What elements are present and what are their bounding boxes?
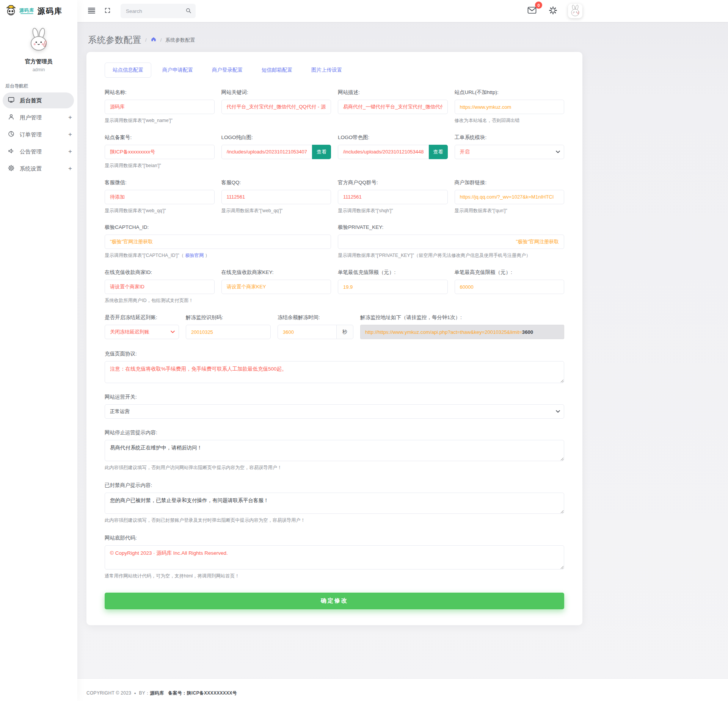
footer-brand: 源码库	[150, 690, 164, 696]
recharge-protocol-textarea[interactable]	[105, 361, 564, 383]
qq-input[interactable]	[221, 190, 331, 204]
chevron-down-icon	[556, 150, 560, 153]
private-key-input[interactable]	[338, 235, 564, 249]
sidebar-item-label: 订单管理	[20, 131, 42, 138]
sidebar-section-label: 后台导航栏	[5, 83, 72, 89]
tab-site-info[interactable]: 站点信息配置	[105, 63, 151, 78]
chevron-down-icon	[171, 331, 175, 333]
search-icon[interactable]	[185, 8, 191, 15]
wechat-label: 客服微信:	[105, 179, 215, 186]
geetest-link[interactable]: 极验官网	[185, 253, 204, 258]
sidebar-item-users[interactable]: 用户管理 +	[0, 110, 77, 125]
monitor-code-label: 解冻监控识别码:	[186, 314, 271, 321]
thaw-time-input[interactable]	[278, 325, 337, 339]
merchant-key-label: 在线充值收款商家KEY:	[221, 269, 331, 276]
keywords-input[interactable]	[221, 100, 331, 114]
ban-notice-textarea[interactable]	[105, 493, 564, 514]
pie-chart-icon	[8, 130, 15, 139]
submit-button[interactable]: 确定修改	[105, 593, 564, 609]
site-switch-select[interactable]: 正常运营	[105, 404, 564, 419]
min-recharge-label: 单笔最低充值限额（元）:	[338, 269, 448, 276]
site-name-input[interactable]	[105, 100, 215, 114]
sidebar-item-label: 公告管理	[20, 148, 42, 155]
beian-input[interactable]	[105, 145, 215, 159]
merchant-id-label: 在线充值收款商家ID:	[105, 269, 215, 276]
description-input[interactable]	[338, 100, 448, 114]
keywords-label: 网站关键词:	[221, 89, 331, 96]
navbar-avatar[interactable]	[568, 4, 582, 18]
brand[interactable]: 源码库 源码库	[0, 0, 77, 22]
fullscreen-button[interactable]	[103, 6, 112, 16]
qq-group-input[interactable]	[338, 190, 448, 204]
sidebar: 源码库 源码库 官方管理员 admin 后台导航栏	[0, 0, 77, 701]
spinner-icon	[549, 6, 557, 16]
stop-notice-label: 网站停止运营提示内容:	[105, 429, 564, 436]
tab-merchant-apply[interactable]: 商户申请配置	[154, 63, 201, 78]
group-link-input[interactable]	[455, 190, 565, 204]
sidebar-item-label: 后台首页	[20, 97, 42, 104]
logo-color-input[interactable]	[338, 145, 429, 159]
gear-icon	[8, 164, 15, 173]
footer-copyright: COPYRIGHT © 2023	[86, 690, 131, 696]
merchant-key-input[interactable]	[221, 280, 331, 294]
beian-helper: 显示调用数据库表"['beian']"	[105, 163, 215, 169]
loader-button[interactable]	[547, 5, 559, 18]
sidebar-item-orders[interactable]: 订单管理 +	[0, 127, 77, 142]
ticket-module-select[interactable]: 开启	[455, 145, 565, 159]
stop-notice-textarea[interactable]	[105, 440, 564, 461]
captcha-id-input[interactable]	[105, 235, 331, 249]
footer-code-textarea[interactable]	[105, 545, 564, 570]
logo-white-input[interactable]	[221, 145, 312, 159]
max-recharge-input[interactable]	[455, 280, 565, 294]
thaw-time-unit: 秒	[337, 325, 353, 339]
envelope-icon	[527, 6, 537, 16]
breadcrumb-current: 系统参数配置	[165, 37, 195, 44]
logo-color-view-button[interactable]: 查看	[429, 145, 448, 159]
top-navbar: 0	[77, 0, 728, 22]
sidebar-item-label: 用户管理	[20, 114, 42, 121]
user-icon	[8, 113, 15, 122]
messages-button[interactable]: 0	[526, 5, 538, 17]
site-url-input[interactable]	[455, 100, 565, 114]
captcha-id-label: 极验CAPTCHA_ID:	[105, 224, 331, 231]
sidebar-menu: 后台首页 用户管理 + 订单管理 +	[0, 92, 77, 177]
message-count-badge: 0	[535, 2, 542, 9]
sidebar-item-announcements[interactable]: 公告管理 +	[0, 144, 77, 160]
merchant-id-input[interactable]	[105, 280, 215, 294]
thaw-time-label: 冻结余额解冻时间:	[278, 314, 353, 321]
sidebar-toggle-button[interactable]	[86, 6, 97, 16]
site-url-label: 站点URL(不加http):	[455, 89, 565, 96]
wechat-input[interactable]	[105, 190, 215, 204]
qq-helper: 显示调用数据库表"['web_qq']"	[221, 208, 331, 214]
group-link-label: 商户加群链接:	[455, 179, 565, 186]
wechat-helper: 显示调用数据库表"['web_qq']"	[105, 208, 215, 214]
footer-beian: 备案号：陕ICP备XXXXXXXXX号	[168, 690, 237, 696]
private-key-label: 极验PRIVATE_KEY:	[338, 224, 564, 231]
search-input[interactable]	[121, 4, 196, 18]
tab-image-upload[interactable]: 图片上传设置	[303, 63, 350, 78]
brand-logo-icon	[5, 4, 17, 18]
avatar[interactable]	[26, 27, 52, 55]
brand-mini: 源码库	[19, 8, 34, 14]
expand-plus-icon: +	[68, 114, 72, 121]
tab-merchant-login[interactable]: 商户登录配置	[204, 63, 251, 78]
stop-notice-helper: 此内容强烈建议填写，否则用户访问网站弹出阻断页中提示内容为空，容易误导用户！	[105, 465, 564, 471]
sidebar-item-dashboard[interactable]: 后台首页	[3, 92, 74, 108]
monitor-icon	[8, 96, 15, 105]
footer-code-helper: 通常用作网站统计代码，可为空，支持html，将调用到网站首页！	[105, 573, 564, 580]
home-icon[interactable]	[151, 36, 157, 44]
expand-plus-icon: +	[68, 148, 72, 155]
min-recharge-input[interactable]	[338, 280, 448, 294]
recharge-protocol-label: 充值页面协议:	[105, 350, 564, 357]
tab-sms-email[interactable]: 短信邮箱配置	[254, 63, 300, 78]
monitor-code-input[interactable]	[186, 325, 271, 339]
logo-white-view-button[interactable]: 查看	[312, 145, 331, 159]
description-label: 网站描述:	[338, 89, 448, 96]
captcha-id-helper: 显示调用数据库表"['CAPTCHA_ID']"（ 极验官网 ）	[105, 252, 331, 259]
site-name-label: 网站名称:	[105, 89, 215, 96]
sidebar-item-settings[interactable]: 系统设置 +	[0, 161, 77, 177]
qq-group-helper: 显示调用数据库表"['shqh']"	[338, 208, 448, 214]
breadcrumb: 系统参数配置 / / 系统参数配置	[86, 34, 582, 46]
freeze-delay-select[interactable]: 关闭冻结延迟到账	[105, 325, 179, 339]
settings-tabs: 站点信息配置 商户申请配置 商户登录配置 短信邮箱配置 图片上传设置	[105, 63, 564, 78]
